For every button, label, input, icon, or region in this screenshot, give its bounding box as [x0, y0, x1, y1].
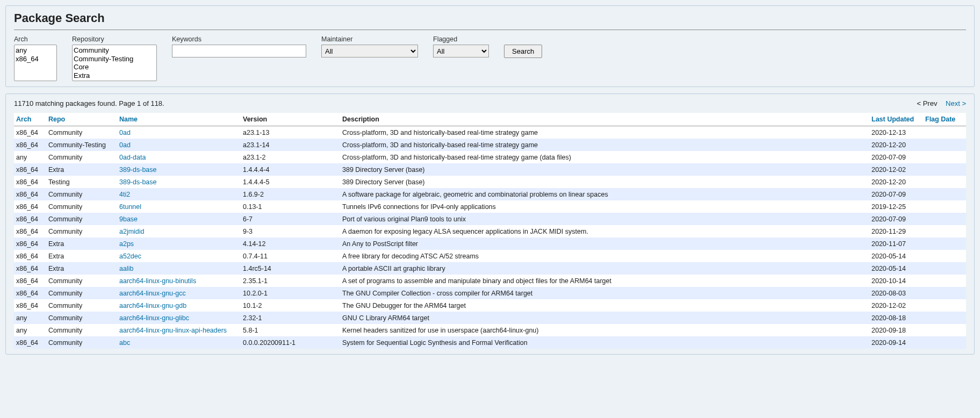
cell-name: 389-ds-base: [117, 176, 241, 188]
package-link[interactable]: 389-ds-base: [119, 178, 157, 186]
cell-flag: [923, 262, 966, 275]
cell-arch: any: [14, 151, 46, 163]
cell-flag: [923, 126, 966, 139]
spacer-label: [504, 35, 542, 43]
cell-version: 1.4.4.4-5: [241, 176, 340, 188]
col-updated-sort[interactable]: Last Updated: [871, 116, 914, 123]
table-row: x86_64Communitya2jmidid9-3A daemon for e…: [14, 225, 966, 237]
table-row: x86_64Communityaarch64-linux-gnu-gcc10.2…: [14, 287, 966, 299]
cell-desc: An Any to PostScript filter: [340, 237, 869, 250]
cell-flag: [923, 324, 966, 336]
cell-desc: A software package for algebraic, geomet…: [340, 188, 869, 200]
package-link[interactable]: 4ti2: [119, 191, 130, 198]
cell-updated: 2020-09-14: [869, 336, 923, 349]
table-row: anyCommunity0ad-dataa23.1-2Cross-platfor…: [14, 151, 966, 163]
package-link[interactable]: aarch64-linux-gnu-glibc: [119, 314, 189, 322]
cell-updated: 2020-07-09: [869, 151, 923, 163]
flagged-label: Flagged: [433, 35, 489, 43]
table-row: anyCommunityaarch64-linux-gnu-linux-api-…: [14, 324, 966, 336]
arch-option[interactable]: x86_64: [16, 55, 55, 63]
cell-arch: x86_64: [14, 176, 46, 188]
package-link[interactable]: 6tunnel: [119, 203, 141, 211]
col-repo-sort[interactable]: Repo: [48, 116, 65, 123]
repo-option[interactable]: Community-Testing: [74, 55, 155, 63]
cell-name: aarch64-linux-gnu-linux-api-headers: [117, 324, 241, 336]
search-button[interactable]: Search: [504, 45, 542, 58]
cell-name: 0ad: [117, 126, 241, 139]
repo-option[interactable]: Core: [74, 63, 155, 71]
cell-name: 6tunnel: [117, 200, 241, 213]
cell-repo: Extra: [46, 163, 117, 176]
package-link[interactable]: aarch64-linux-gnu-gdb: [119, 302, 186, 309]
cell-flag: [923, 139, 966, 151]
repo-label: Repository: [72, 35, 157, 43]
cell-repo: Community: [46, 225, 117, 237]
cell-name: 9base: [117, 213, 241, 225]
table-row: x86_64Extraaalib1.4rc5-14A portable ASCI…: [14, 262, 966, 275]
package-link[interactable]: aarch64-linux-gnu-gcc: [119, 290, 186, 297]
cell-desc: The GNU Compiler Collection - cross comp…: [340, 287, 869, 299]
arch-option[interactable]: any: [16, 46, 55, 55]
package-link[interactable]: aalib: [119, 265, 133, 272]
repo-select[interactable]: CommunityCommunity-TestingCoreExtra: [72, 45, 157, 81]
cell-desc: A free library for decoding ATSC A/52 st…: [340, 250, 869, 262]
cell-arch: x86_64: [14, 163, 46, 176]
table-row: anyCommunityaarch64-linux-gnu-glibc2.32-…: [14, 312, 966, 324]
repo-option[interactable]: Extra: [74, 71, 155, 80]
cell-flag: [923, 250, 966, 262]
cell-updated: 2020-08-03: [869, 287, 923, 299]
cell-arch: x86_64: [14, 262, 46, 275]
cell-updated: 2020-07-09: [869, 188, 923, 200]
package-link[interactable]: a2jmidid: [119, 228, 145, 235]
cell-desc: Cross-platform, 3D and historically-base…: [340, 151, 869, 163]
package-link[interactable]: abc: [119, 339, 130, 347]
package-link[interactable]: 9base: [119, 215, 138, 223]
package-link[interactable]: a2ps: [119, 240, 134, 248]
cell-version: 1.6.9-2: [241, 188, 340, 200]
search-panel: Package Search Arch anyx86_64 Repository…: [5, 5, 975, 87]
cell-updated: 2020-10-14: [869, 275, 923, 287]
cell-name: 4ti2: [117, 188, 241, 200]
cell-name: 0ad: [117, 139, 241, 151]
package-link[interactable]: 0ad-data: [119, 154, 146, 161]
flagged-select[interactable]: All: [433, 45, 489, 57]
cell-arch: x86_64: [14, 287, 46, 299]
cell-updated: 2020-11-29: [869, 225, 923, 237]
cell-name: a52dec: [117, 250, 241, 262]
table-row: x86_64Community6tunnel0.13-1Tunnels IPv6…: [14, 200, 966, 213]
package-link[interactable]: aarch64-linux-gnu-binutils: [119, 277, 196, 285]
package-link[interactable]: 0ad: [119, 141, 131, 149]
repo-option[interactable]: Community: [74, 46, 155, 55]
package-link[interactable]: 389-ds-base: [119, 166, 157, 174]
cell-name: aarch64-linux-gnu-gcc: [117, 287, 241, 299]
cell-version: 1.4.4.4-4: [241, 163, 340, 176]
maintainer-select[interactable]: All: [321, 45, 418, 57]
cell-name: aarch64-linux-gnu-glibc: [117, 312, 241, 324]
cell-version: 5.8-1: [241, 324, 340, 336]
table-row: x86_64Extraa52dec0.7.4-11A free library …: [14, 250, 966, 262]
cell-flag: [923, 200, 966, 213]
cell-repo: Community: [46, 324, 117, 336]
package-link[interactable]: aarch64-linux-gnu-linux-api-headers: [119, 327, 227, 334]
cell-arch: any: [14, 324, 46, 336]
cell-flag: [923, 336, 966, 349]
title-divider: [14, 30, 966, 30]
keywords-input[interactable]: [172, 45, 306, 57]
package-link[interactable]: a52dec: [119, 253, 141, 260]
arch-select[interactable]: anyx86_64: [14, 45, 57, 81]
cell-flag: [923, 213, 966, 225]
table-row: x86_64Communityaarch64-linux-gnu-binutil…: [14, 275, 966, 287]
cell-repo: Community: [46, 200, 117, 213]
package-link[interactable]: 0ad: [119, 129, 131, 136]
cell-repo: Community: [46, 188, 117, 200]
col-name-sort[interactable]: Name: [119, 116, 138, 123]
cell-updated: 2020-09-18: [869, 324, 923, 336]
cell-repo: Testing: [46, 176, 117, 188]
table-row: x86_64Extraa2ps4.14-12An Any to PostScri…: [14, 237, 966, 250]
col-arch-sort[interactable]: Arch: [16, 116, 31, 123]
cell-updated: 2020-12-02: [869, 163, 923, 176]
cell-repo: Community: [46, 126, 117, 139]
cell-desc: Cross-platform, 3D and historically-base…: [340, 139, 869, 151]
pager-next[interactable]: Next >: [946, 99, 966, 107]
col-flag-sort[interactable]: Flag Date: [925, 116, 955, 123]
